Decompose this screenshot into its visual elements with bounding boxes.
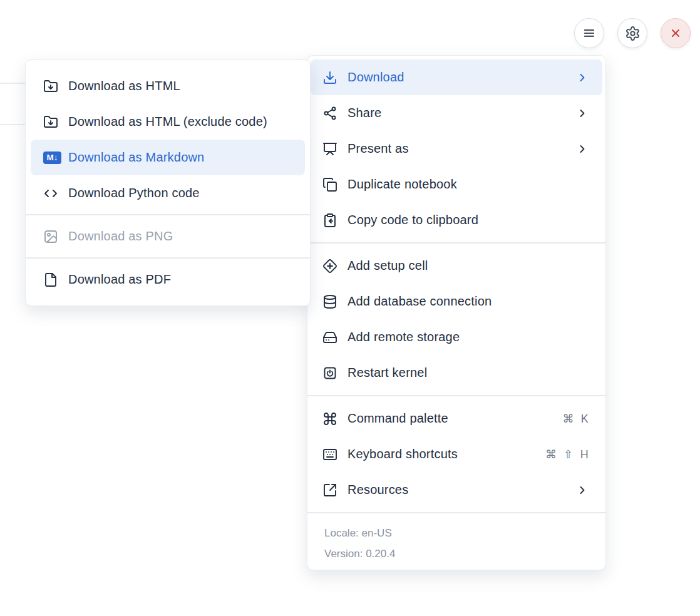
menu-item-label: Add database connection bbox=[347, 294, 589, 309]
menu-item-label: Download as HTML (exclude code) bbox=[68, 115, 297, 129]
menu-item-label: Add setup cell bbox=[347, 259, 589, 273]
external-link-icon bbox=[322, 483, 337, 498]
menu-item-add-setup-cell[interactable]: Add setup cell bbox=[311, 248, 602, 284]
shortcut-hint: ⌘ ⇧ H bbox=[545, 448, 589, 461]
menu-item-download-as-png[interactable]: Download as PNG bbox=[31, 218, 305, 254]
menu-footer: Locale: en-US Version: 0.20.4 bbox=[311, 518, 602, 570]
menu-item-duplicate-notebook[interactable]: Duplicate notebook bbox=[311, 167, 602, 202]
menu-item-label: Copy code to clipboard bbox=[347, 213, 589, 227]
background-table-line bbox=[0, 83, 28, 84]
menu-separator bbox=[307, 512, 605, 513]
menu-item-label: Share bbox=[347, 106, 569, 120]
gear-icon bbox=[625, 26, 641, 41]
menu-item-resources[interactable]: Resources bbox=[311, 472, 602, 508]
menu-item-label: Keyboard shortcuts bbox=[347, 447, 538, 461]
menu-separator bbox=[26, 257, 310, 259]
folder-download-icon bbox=[43, 79, 58, 94]
close-icon bbox=[668, 26, 683, 41]
menu-item-label: Download as PNG bbox=[68, 229, 297, 244]
file-icon bbox=[43, 272, 58, 287]
notebook-actions-menu: Download Share Present as Duplicate note… bbox=[307, 55, 606, 570]
clipboard-copy-icon bbox=[322, 213, 337, 228]
menu-item-label: Download Python code bbox=[68, 186, 297, 200]
chevron-right-icon bbox=[576, 143, 589, 155]
menu-item-label: Restart kernel bbox=[347, 366, 589, 380]
code-icon bbox=[43, 186, 58, 201]
menu-item-download-as-markdown[interactable]: M↓ Download as Markdown bbox=[31, 140, 305, 175]
image-icon bbox=[43, 229, 58, 244]
menu-item-copy-code-to-clipboard[interactable]: Copy code to clipboard bbox=[311, 202, 602, 238]
locale-text: Locale: en-US bbox=[324, 525, 595, 541]
menu-item-label: Present as bbox=[347, 141, 569, 156]
menu-item-share[interactable]: Share bbox=[311, 95, 602, 131]
settings-button[interactable] bbox=[617, 18, 647, 48]
menu-item-restart-kernel[interactable]: Restart kernel bbox=[311, 355, 602, 391]
chevron-right-icon bbox=[576, 71, 589, 84]
close-button[interactable] bbox=[661, 18, 691, 48]
menu-item-add-database-connection[interactable]: Add database connection bbox=[311, 284, 602, 319]
menu-item-download-as-html-exclude-code[interactable]: Download as HTML (exclude code) bbox=[31, 104, 305, 140]
menu-separator bbox=[307, 242, 605, 244]
menu-separator bbox=[26, 214, 310, 215]
download-icon bbox=[322, 70, 337, 85]
keyboard-icon bbox=[322, 447, 337, 462]
menu-item-label: Download as PDF bbox=[68, 272, 297, 287]
menu-separator bbox=[307, 395, 605, 396]
chevron-right-icon bbox=[576, 484, 589, 496]
presentation-icon bbox=[322, 141, 337, 157]
background-table-line bbox=[0, 124, 28, 125]
command-icon bbox=[322, 411, 337, 426]
menu-item-add-remote-storage[interactable]: Add remote storage bbox=[311, 319, 602, 355]
notebook-menu-button[interactable] bbox=[574, 18, 604, 48]
menu-item-download[interactable]: Download bbox=[311, 59, 602, 95]
menu-item-command-palette[interactable]: Command palette ⌘ K bbox=[311, 401, 602, 436]
database-icon bbox=[322, 294, 337, 309]
menu-item-label: Download as Markdown bbox=[68, 150, 297, 165]
menu-item-label: Command palette bbox=[347, 411, 555, 426]
menu-item-download-as-html[interactable]: Download as HTML bbox=[31, 68, 305, 104]
share-icon bbox=[322, 106, 337, 121]
power-square-icon bbox=[322, 366, 337, 381]
folder-download-icon bbox=[43, 115, 58, 130]
hamburger-icon bbox=[581, 25, 597, 41]
menu-item-keyboard-shortcuts[interactable]: Keyboard shortcuts ⌘ ⇧ H bbox=[311, 436, 602, 472]
duplicate-pages-icon bbox=[322, 177, 337, 192]
menu-item-present-as[interactable]: Present as bbox=[311, 131, 602, 167]
menu-item-download-python-code[interactable]: Download Python code bbox=[31, 175, 305, 211]
chevron-right-icon bbox=[576, 107, 589, 120]
diamond-plus-icon bbox=[322, 259, 337, 274]
markdown-icon: M↓ bbox=[43, 151, 61, 164]
menu-item-label: Download bbox=[347, 70, 569, 85]
menu-item-label: Duplicate notebook bbox=[347, 177, 589, 192]
hard-drive-icon bbox=[322, 330, 337, 345]
shortcut-hint: ⌘ K bbox=[562, 412, 589, 426]
menu-item-label: Download as HTML bbox=[68, 79, 297, 93]
menu-item-download-as-pdf[interactable]: Download as PDF bbox=[31, 262, 305, 297]
download-submenu: Download as HTML Download as HTML (exclu… bbox=[25, 59, 311, 306]
version-text: Version: 0.20.4 bbox=[324, 546, 595, 562]
menu-item-label: Add remote storage bbox=[347, 330, 589, 344]
menu-item-label: Resources bbox=[347, 483, 569, 497]
